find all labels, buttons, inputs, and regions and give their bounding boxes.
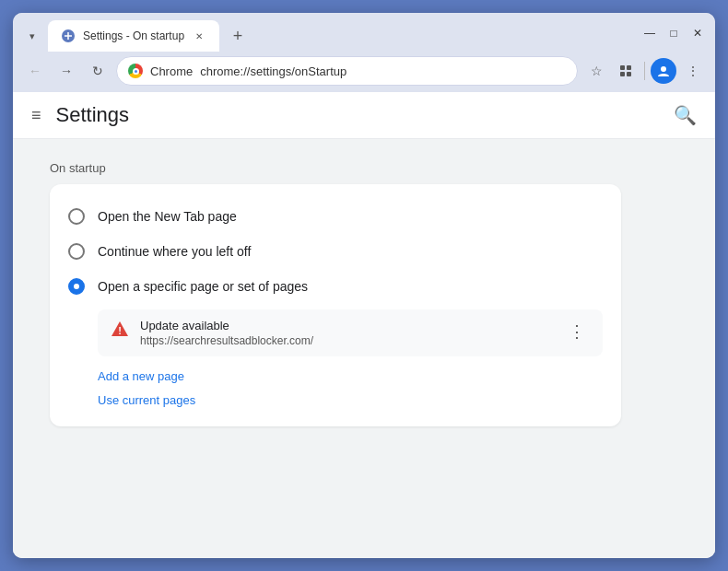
radio-option-specific[interactable]: Open a specific page or set of pages bbox=[68, 269, 603, 304]
svg-text:!: ! bbox=[118, 325, 122, 336]
radio-label-new-tab: Open the New Tab page bbox=[98, 209, 237, 224]
profile-button[interactable] bbox=[651, 58, 676, 84]
use-current-pages-link[interactable]: Use current pages bbox=[98, 393, 195, 407]
entry-more-button[interactable]: ⋮ bbox=[564, 319, 590, 344]
new-tab-button[interactable]: + bbox=[225, 23, 251, 49]
startup-card: Open the New Tab page Continue where you… bbox=[50, 184, 621, 426]
maximize-button[interactable]: □ bbox=[665, 25, 682, 41]
radio-option-new-tab[interactable]: Open the New Tab page bbox=[68, 199, 603, 234]
settings-search-button[interactable]: 🔍 bbox=[674, 104, 697, 126]
radio-option-continue[interactable]: Continue where you left off bbox=[68, 234, 603, 269]
tab-title: Settings - On startup bbox=[83, 29, 184, 42]
svg-rect-3 bbox=[620, 72, 625, 76]
svg-point-5 bbox=[661, 66, 666, 72]
minimize-button[interactable]: — bbox=[641, 25, 658, 41]
title-bar: ▾ Settings - On startup ✕ + — □ ✕ bbox=[13, 13, 715, 52]
chrome-menu-button[interactable]: ⋮ bbox=[680, 58, 706, 84]
active-tab[interactable]: Settings - On startup ✕ bbox=[48, 20, 219, 52]
settings-menu-icon[interactable]: ≡ bbox=[31, 106, 41, 125]
startup-entry-left: ! Update available https://searchresults… bbox=[111, 319, 313, 347]
bookmark-button[interactable]: ☆ bbox=[583, 58, 609, 84]
reload-button[interactable]: ↻ bbox=[85, 58, 111, 84]
startup-entry: ! Update available https://searchresults… bbox=[98, 309, 603, 356]
entry-url-text: https://searchresultsadblocker.com/ bbox=[140, 334, 313, 347]
radio-circle-continue bbox=[68, 243, 85, 260]
brand-label: Chrome bbox=[150, 64, 193, 78]
radio-label-specific: Open a specific page or set of pages bbox=[98, 279, 308, 294]
svg-rect-1 bbox=[620, 65, 625, 70]
settings-header: ≡ Settings 🔍 bbox=[13, 92, 715, 139]
radio-circle-new-tab bbox=[68, 208, 85, 225]
radio-label-continue: Continue where you left off bbox=[98, 244, 251, 259]
warning-icon: ! bbox=[111, 320, 129, 338]
window-controls: — □ ✕ bbox=[641, 25, 706, 47]
settings-body: PC On startup Open the New Tab page Cont… bbox=[13, 139, 715, 558]
extensions-button[interactable] bbox=[613, 58, 639, 84]
add-new-page-link[interactable]: Add a new page bbox=[98, 369, 184, 383]
site-security-icon bbox=[128, 64, 143, 78]
url-text: chrome://settings/onStartup bbox=[200, 64, 566, 78]
svg-rect-2 bbox=[627, 65, 631, 70]
section-label: On startup bbox=[50, 161, 678, 175]
close-button[interactable]: ✕ bbox=[689, 25, 706, 41]
toolbar-divider bbox=[644, 62, 645, 80]
entry-update-title: Update available bbox=[140, 319, 313, 332]
settings-page-title: Settings bbox=[56, 103, 130, 127]
entry-text: Update available https://searchresultsad… bbox=[140, 319, 313, 347]
browser-window: ▾ Settings - On startup ✕ + — □ ✕ ← → ↻ bbox=[13, 13, 715, 558]
tab-favicon bbox=[61, 29, 76, 43]
chrome-logo-inner bbox=[133, 68, 139, 75]
page-content: ≡ Settings 🔍 PC On startup Open the New … bbox=[13, 92, 715, 558]
address-bar[interactable]: Chrome chrome://settings/onStartup bbox=[116, 56, 578, 86]
tab-close-button[interactable]: ✕ bbox=[192, 29, 206, 43]
tab-list-arrow[interactable]: ▾ bbox=[22, 26, 42, 46]
toolbar: ← → ↻ Chrome chrome://settings/onStartup… bbox=[13, 52, 715, 92]
settings-header-left: ≡ Settings bbox=[31, 103, 129, 127]
back-button[interactable]: ← bbox=[22, 58, 48, 84]
radio-circle-specific bbox=[68, 278, 85, 295]
svg-rect-4 bbox=[627, 72, 631, 76]
toolbar-actions: ☆ ⋮ bbox=[583, 58, 706, 84]
forward-button[interactable]: → bbox=[53, 58, 79, 84]
title-bar-left: ▾ Settings - On startup ✕ + bbox=[22, 20, 251, 52]
